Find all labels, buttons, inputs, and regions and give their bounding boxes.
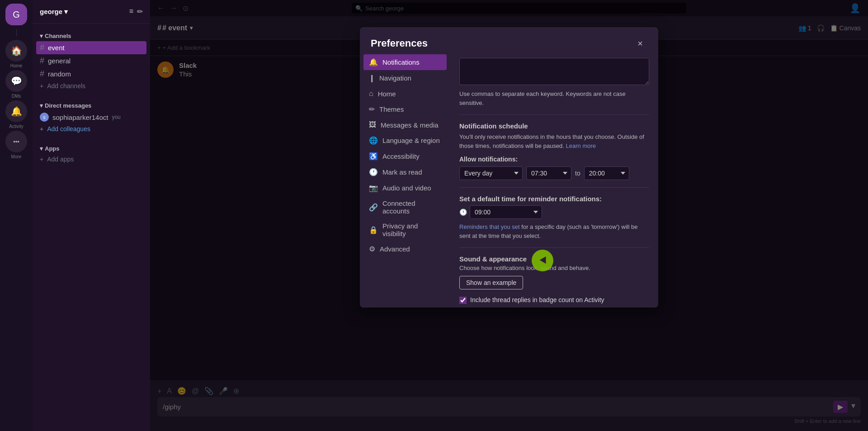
cursor-blob <box>532 250 553 271</box>
show-example-button[interactable]: Show an example <box>459 276 523 289</box>
activity-nav-icon[interactable]: 🔔 <box>5 100 27 122</box>
reminder-section: Set a default time for reminder notifica… <box>459 195 649 240</box>
navigation-nav-label: Navigation <box>379 74 411 82</box>
channels-section: ▾ Channels # event # general # random + … <box>33 24 150 93</box>
modal-nav-audio-video[interactable]: 📷 Audio and video <box>363 180 447 196</box>
add-channels-button[interactable]: + Add channels <box>36 81 146 91</box>
messages-nav-icon: 🖼 <box>369 121 376 129</box>
clock-icon: 🕐 <box>459 208 467 216</box>
apps-collapse-icon: ▾ <box>40 145 43 152</box>
modal-nav-language[interactable]: 🌐 Language & region <box>363 133 447 148</box>
sidebar-item-random[interactable]: # random <box>36 67 146 81</box>
modal-header: Preferences × <box>360 27 658 51</box>
notification-schedule-desc: You'll only receive notifications in the… <box>459 133 649 150</box>
channels-header[interactable]: ▾ Channels <box>36 31 146 41</box>
more-nav-icon[interactable]: ••• <box>5 131 27 152</box>
modal-nav-connected-accounts[interactable]: 🔗 Connected accounts <box>363 196 447 218</box>
workspace-caret-icon: ▾ <box>64 8 68 16</box>
time-to-select[interactable]: 20:00 21:00 22:00 <box>584 166 629 180</box>
keyword-hint: Use commas to separate each keyword. Key… <box>459 90 649 107</box>
notifications-nav-label: Notifications <box>382 58 420 66</box>
to-label: to <box>575 170 580 177</box>
frequency-select[interactable]: Every day Weekdays Custom <box>459 166 523 180</box>
add-colleagues-button[interactable]: + Add colleagues <box>36 123 146 134</box>
themes-nav-label: Themes <box>379 105 404 113</box>
connected-accounts-nav-icon: 🔗 <box>369 203 378 212</box>
add-colleagues-icon: + <box>40 125 43 133</box>
dms-nav-icon[interactable]: 💬 <box>5 70 27 92</box>
modal-nav-accessibility[interactable]: ♿ Accessibility <box>363 148 447 164</box>
accessibility-nav-label: Accessibility <box>382 152 420 160</box>
modal-nav-notifications[interactable]: 🔔 Notifications <box>363 54 447 70</box>
sidebar-item-dm-sophia[interactable]: s sophiaparker14oct you <box>36 111 146 123</box>
sidebar-item-event[interactable]: # event <box>36 41 146 54</box>
modal-content-area: Use commas to separate each keyword. Key… <box>450 51 658 308</box>
notification-schedule-title: Notification schedule <box>459 122 649 130</box>
sound-appearance-title: Sound & appearance <box>459 255 649 263</box>
reminder-time-select[interactable]: 09:00 10:00 11:00 <box>470 205 542 219</box>
reminder-title: Set a default time for reminder notifica… <box>459 195 649 203</box>
home-nav-icon[interactable]: 🏠 <box>5 40 27 62</box>
checkbox-row-1: Include thread replies in badge count on… <box>459 296 649 305</box>
compose-icon[interactable]: ✏ <box>137 7 143 16</box>
privacy-nav-label: Privacy and visibility <box>382 222 441 237</box>
dm-header[interactable]: ▾ Direct messages <box>36 100 146 111</box>
icon-bar: G 🏠 Home 💬 DMs 🔔 Activity ••• More <box>0 0 33 431</box>
add-apps-button[interactable]: + Add apps <box>36 154 146 165</box>
notifications-dropdowns-row: Every day Weekdays Custom 07:30 08:00 09… <box>459 166 649 180</box>
sidebar-header: george ▾ ≡ ✏ <box>33 0 150 24</box>
navigation-nav-icon: ❙ <box>369 74 375 82</box>
modal-nav-navigation[interactable]: ❙ Navigation <box>363 70 447 86</box>
dm-username: sophiaparker14oct <box>52 114 108 121</box>
language-nav-label: Language & region <box>382 137 440 144</box>
dms-nav-label: DMs <box>12 94 21 99</box>
workspace-icon[interactable]: G <box>5 4 27 25</box>
hash-icon-random: # <box>40 69 44 79</box>
modal-nav-themes[interactable]: ✏ Themes <box>363 101 447 117</box>
allow-notifications-label: Allow notifications: <box>459 156 649 163</box>
learn-more-link[interactable]: Learn more <box>566 142 596 149</box>
reminder-hint: Reminders that you set for a specific da… <box>459 223 649 240</box>
home-nav-icon-modal: ⌂ <box>369 90 373 98</box>
apps-header[interactable]: ▾ Apps <box>36 143 146 154</box>
modal-nav-mark-as-read[interactable]: 🕐 Mark as read <box>363 164 447 180</box>
themes-nav-icon: ✏ <box>369 105 375 114</box>
privacy-nav-icon: 🔒 <box>369 226 378 234</box>
channels-collapse-icon: ▾ <box>40 33 43 39</box>
messages-nav-label: Messages & media <box>381 121 439 129</box>
dm-avatar-sophia: s <box>40 113 49 122</box>
time-from-select[interactable]: 07:30 08:00 09:00 <box>526 166 571 180</box>
modal-nav-privacy[interactable]: 🔒 Privacy and visibility <box>363 218 447 241</box>
modal-nav-messages[interactable]: 🖼 Messages & media <box>363 117 447 133</box>
sidebar-item-general[interactable]: # general <box>36 54 146 67</box>
language-nav-icon: 🌐 <box>369 136 378 145</box>
modal-body: 🔔 Notifications ❙ Navigation ⌂ Home ✏ <box>360 51 658 308</box>
advanced-nav-label: Advanced <box>380 245 410 253</box>
divider-1 <box>459 114 649 115</box>
keyword-input[interactable] <box>459 58 649 85</box>
preferences-modal: Preferences × 🔔 Notifications ❙ Navigati… <box>360 27 658 308</box>
dm-section: ▾ Direct messages s sophiaparker14oct yo… <box>33 93 150 136</box>
mark-as-read-nav-icon: 🕐 <box>369 168 378 176</box>
home-nav-label: Home <box>10 63 23 68</box>
add-channels-icon: + <box>40 82 43 90</box>
activity-nav-label: Activity <box>9 124 24 129</box>
advanced-nav-icon: ⚙ <box>369 245 375 253</box>
more-nav-label: More <box>11 154 22 159</box>
modal-title: Preferences <box>371 38 428 49</box>
modal-nav-advanced[interactable]: ⚙ Advanced <box>363 241 447 257</box>
modal-nav: 🔔 Notifications ❙ Navigation ⌂ Home ✏ <box>360 51 450 308</box>
filter-icon[interactable]: ≡ <box>129 7 133 16</box>
modal-nav-home[interactable]: ⌂ Home <box>363 86 447 101</box>
sidebar: george ▾ ≡ ✏ ▾ Channels # event # genera… <box>33 0 150 431</box>
add-apps-icon: + <box>40 156 43 163</box>
hash-icon-general: # <box>40 56 44 66</box>
workspace-name[interactable]: george ▾ <box>40 8 68 16</box>
sound-appearance-desc: Choose how notifications look, sound and… <box>459 265 649 271</box>
modal-close-button[interactable]: × <box>633 36 647 51</box>
audio-video-nav-label: Audio and video <box>382 184 431 192</box>
accessibility-nav-icon: ♿ <box>369 152 378 161</box>
reminders-link[interactable]: Reminders that you set <box>459 223 520 230</box>
audio-video-nav-icon: 📷 <box>369 184 378 192</box>
thread-replies-checkbox[interactable] <box>459 297 467 304</box>
